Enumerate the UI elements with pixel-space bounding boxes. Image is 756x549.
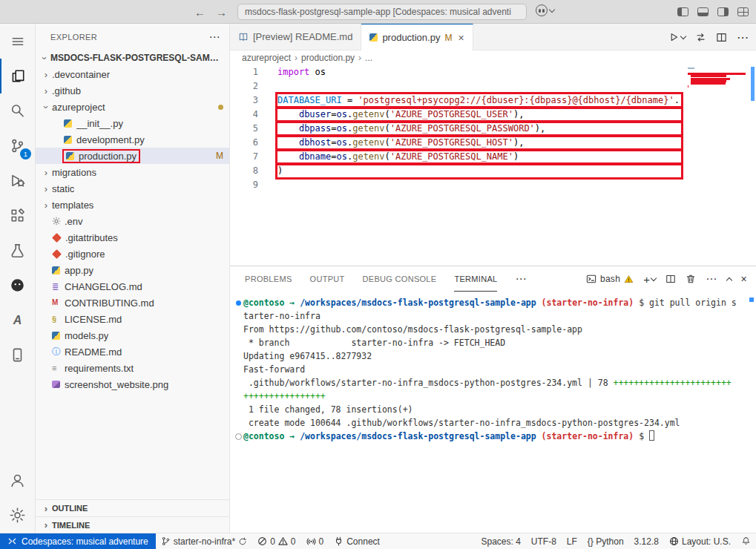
minimap[interactable] <box>688 68 747 91</box>
more-actions-icon[interactable]: ⋯ <box>209 30 220 44</box>
activity-explorer[interactable] <box>0 59 35 93</box>
keyboard-layout-indicator[interactable]: Layout: U.S. <box>664 533 736 549</box>
tree-item-gitattributes[interactable]: .gitattributes <box>36 229 229 246</box>
tree-item-contributing-md[interactable]: MCONTRIBUTING.md <box>36 295 229 311</box>
toggle-primary-sidebar-icon[interactable] <box>677 7 688 16</box>
split-terminal-icon[interactable] <box>665 274 676 284</box>
line-number[interactable]: 6 <box>230 136 258 150</box>
maximize-panel-icon[interactable] <box>726 277 732 283</box>
code-text[interactable]: ) <box>277 164 283 178</box>
tree-item-azureproject[interactable]: ›azureproject <box>36 99 229 115</box>
tree-item-production-py[interactable]: production.pyM <box>36 148 229 164</box>
tree-item-templates[interactable]: ›templates <box>36 197 229 213</box>
tree-item-github[interactable]: ›.github <box>36 82 229 99</box>
line-number[interactable]: 9 <box>230 178 258 192</box>
tree-item-static[interactable]: ›static <box>36 180 229 197</box>
bell-icon <box>741 536 751 546</box>
nav-back-icon[interactable]: ← <box>194 6 206 19</box>
encoding-indicator[interactable]: UTF-8 <box>526 533 562 549</box>
close-icon[interactable]: × <box>458 32 464 44</box>
tree-item-development-py[interactable]: development.py <box>36 131 229 148</box>
close-panel-icon[interactable]: × <box>741 273 747 285</box>
more-actions-icon[interactable]: ⋯ <box>737 30 749 45</box>
split-editor-icon[interactable] <box>716 32 727 43</box>
line-number[interactable]: 3 <box>230 93 258 108</box>
indentation-indicator[interactable]: Spaces: 4 <box>476 533 525 549</box>
more-tabs-icon[interactable]: ⋯ <box>515 272 526 286</box>
line-number[interactable]: 5 <box>230 122 258 136</box>
terminal-content[interactable]: @contoso → /workspaces/msdocs-flask-post… <box>230 292 756 533</box>
tree-item-app-py[interactable]: app.py <box>36 262 229 278</box>
activity-run-debug[interactable] <box>0 163 35 198</box>
error-icon <box>257 536 267 546</box>
copilot-menu[interactable] <box>536 4 554 16</box>
nav-forward-icon[interactable]: → <box>216 6 227 19</box>
menu-button[interactable] <box>0 24 35 59</box>
code-text[interactable]: dbname=os.getenv('AZURE_POSTGRESQL_NAME'… <box>277 150 519 164</box>
ports-indicator[interactable]: 0 <box>301 533 329 549</box>
line-number[interactable]: 7 <box>230 150 258 164</box>
markdown-preview-icon <box>238 32 249 42</box>
panel-tab-debug-console[interactable]: DEBUG CONSOLE <box>363 266 437 292</box>
notifications-button[interactable] <box>736 533 756 549</box>
activity-azure[interactable]: A <box>0 303 35 338</box>
tree-item-models-py[interactable]: models.py <box>36 327 229 343</box>
new-terminal-button[interactable]: + <box>643 273 656 286</box>
tree-root[interactable]: › MSDOCS-FLASK-POSTGRESQL-SAMPLE-... <box>36 50 229 66</box>
panel-tab-terminal[interactable]: TERMINAL <box>454 266 497 292</box>
toggle-panel-icon[interactable] <box>697 7 709 16</box>
breadcrumb-folder[interactable]: azureproject <box>242 53 291 63</box>
branch-indicator[interactable]: starter-no-infra* <box>156 533 252 549</box>
more-actions-icon[interactable]: ⋯ <box>706 272 717 286</box>
account-button[interactable] <box>0 463 35 498</box>
tree-item-readme-md[interactable]: ⓘREADME.md <box>36 343 229 360</box>
code-text[interactable]: dbhost=os.getenv('AZURE_POSTGRESQL_HOST'… <box>277 136 524 150</box>
eol-indicator[interactable]: LF <box>562 533 582 549</box>
tree-item-migrations[interactable]: ›migrations <box>36 164 229 180</box>
breadcrumb-file[interactable]: production.py <box>301 53 355 63</box>
timeline-section[interactable]: › TIMELINE <box>36 516 229 533</box>
connect-button[interactable]: Connect <box>329 533 385 549</box>
code-editor[interactable]: 1import os23DATABASE_URI = 'postgresql+p… <box>230 65 756 266</box>
toggle-secondary-sidebar-icon[interactable] <box>717 7 729 16</box>
line-number[interactable]: 1 <box>230 65 258 79</box>
problems-indicator[interactable]: 0 0 <box>252 533 300 549</box>
activity-source-control[interactable]: 1 <box>0 128 35 163</box>
activity-search[interactable] <box>0 93 35 128</box>
panel-tab-problems[interactable]: PROBLEMS <box>245 266 292 292</box>
line-number[interactable]: 4 <box>230 108 258 122</box>
activity-extensions[interactable] <box>0 198 35 233</box>
tab-production-py[interactable]: production.py M × <box>361 24 473 50</box>
breadcrumb-symbol[interactable]: ... <box>365 53 372 63</box>
tree-item-init-py[interactable]: __init__.py <box>36 115 229 131</box>
command-center-search[interactable]: msdocs-flask-postgresql-sample-app [Code… <box>237 4 527 20</box>
activity-remote-explorer[interactable] <box>0 338 35 372</box>
tree-item-screenshot-website-png[interactable]: screenshot_website.png <box>36 376 229 392</box>
tree-item-requirements-txt[interactable]: ≡requirements.txt <box>36 360 229 376</box>
settings-button[interactable] <box>0 498 35 533</box>
remote-indicator[interactable]: Codespaces: musical adventure <box>0 533 156 549</box>
language-indicator[interactable]: {} Python <box>582 533 629 549</box>
tree-item-changelog-md[interactable]: ≣CHANGELOG.md <box>36 278 229 295</box>
tab-readme-preview[interactable]: [Preview] README.md <box>230 24 361 50</box>
line-number[interactable]: 8 <box>230 164 258 178</box>
code-text[interactable]: dbpass=os.getenv('AZURE_POSTGRESQL_PASSW… <box>277 122 545 136</box>
kill-terminal-icon[interactable] <box>686 274 696 284</box>
outline-section[interactable]: › OUTLINE <box>36 500 229 516</box>
tree-item-license-md[interactable]: §LICENSE.md <box>36 311 229 327</box>
tree-item-gitignore[interactable]: .gitignore <box>36 246 229 262</box>
open-changes-icon[interactable] <box>695 32 706 43</box>
panel-tab-output[interactable]: OUTPUT <box>310 266 345 292</box>
code-text[interactable]: import os <box>277 65 326 79</box>
activity-testing[interactable] <box>0 233 35 268</box>
python-version-indicator[interactable]: 3.12.8 <box>629 533 664 549</box>
code-text[interactable]: DATABASE_URI = 'postgresql+psycopg2://{d… <box>277 93 680 108</box>
terminal-shell-selector[interactable]: bash <box>586 274 634 284</box>
line-number[interactable]: 2 <box>230 79 258 93</box>
activity-github[interactable] <box>0 268 35 303</box>
tree-item-env[interactable]: .env <box>36 213 229 229</box>
run-python-file-button[interactable] <box>668 32 686 43</box>
tree-item-devcontainer[interactable]: ›.devcontainer <box>36 66 229 82</box>
code-text[interactable]: dbuser=os.getenv('AZURE_POSTGRESQL_USER'… <box>277 108 524 122</box>
customize-layout-icon[interactable] <box>737 7 749 16</box>
